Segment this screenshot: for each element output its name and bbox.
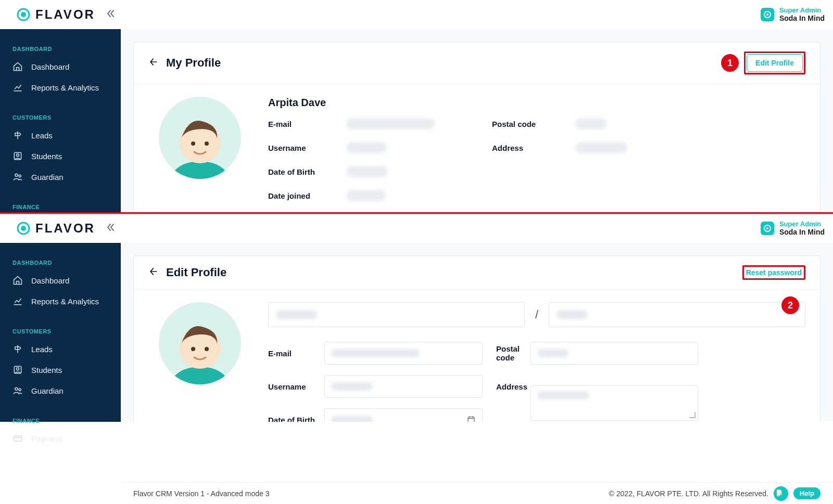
label-dob: Date of Birth <box>268 416 324 422</box>
org-name: Soda In Mind <box>779 14 825 23</box>
sidebar-item-dashboard[interactable]: Dashboard <box>0 56 121 77</box>
label-username: Username <box>268 144 346 152</box>
calendar-icon <box>466 415 476 422</box>
person-name: Arpita Dave <box>268 97 805 109</box>
help-button[interactable]: Help <box>793 487 821 499</box>
address-textarea[interactable] <box>531 385 698 421</box>
logo-icon <box>17 222 30 235</box>
brand-logo[interactable]: FLAVOR <box>17 221 95 236</box>
value-email <box>346 118 435 130</box>
logo-icon <box>17 8 30 21</box>
whatsapp-icon <box>777 489 785 498</box>
sidebar-category-dashboard: DASHBOARD <box>0 255 121 270</box>
username-input[interactable] <box>324 375 483 398</box>
app-header: FLAVOR Super Admin Soda In Mind <box>0 0 833 29</box>
sidebar-collapse-button[interactable] <box>106 9 115 20</box>
sidebar-category-customers: CUSTOMERS <box>0 110 121 125</box>
header-user-area[interactable]: Super Admin Soda In Mind <box>761 6 825 23</box>
label-dob: Date of Birth <box>268 167 346 176</box>
sidebar-item-payment[interactable]: Payment <box>0 428 121 449</box>
sidebar-category-finance: FINANCE <box>0 413 121 428</box>
sidebar-item-reports[interactable]: Reports & Analytics <box>0 291 121 312</box>
svg-point-23 <box>191 347 195 351</box>
home-icon <box>12 61 23 72</box>
svg-point-15 <box>766 227 768 229</box>
first-name-input[interactable] <box>268 302 525 327</box>
dob-input[interactable] <box>324 408 483 422</box>
brand-logo[interactable]: FLAVOR <box>17 7 95 22</box>
user-square-icon <box>12 365 23 375</box>
svg-point-7 <box>19 175 21 177</box>
sidebar-item-label: Reports & Analytics <box>31 83 99 92</box>
sidebar-item-guardian[interactable]: Guardian <box>0 166 121 187</box>
label-address: Address <box>483 382 531 391</box>
value-dob <box>346 166 388 177</box>
back-button[interactable] <box>148 266 159 279</box>
value-joined <box>346 190 386 201</box>
sidebar-item-guardian[interactable]: Guardian <box>0 380 121 401</box>
label-email: E-mail <box>268 120 346 128</box>
sidebar-category-customers: CUSTOMERS <box>0 324 121 339</box>
svg-point-19 <box>19 389 21 391</box>
sidebar-item-label: Leads <box>31 131 53 140</box>
sidebar-collapse-button[interactable] <box>106 223 115 234</box>
sidebar-item-students[interactable]: Students <box>0 146 121 166</box>
svg-point-24 <box>205 347 209 351</box>
svg-point-18 <box>15 387 18 390</box>
sidebar-category-dashboard: DASHBOARD <box>0 42 121 56</box>
whatsapp-button[interactable] <box>774 486 788 501</box>
svg-point-8 <box>171 161 229 179</box>
label-email: E-mail <box>268 349 324 358</box>
sidebar-item-label: Reports & Analytics <box>31 297 99 306</box>
label-postal: Postal code <box>492 120 575 128</box>
svg-point-6 <box>15 174 18 176</box>
sidebar-item-leads[interactable]: Leads <box>0 125 121 146</box>
svg-point-3 <box>766 14 768 16</box>
edit-profile-card: Edit Profile Reset password 2 <box>133 255 821 422</box>
signpost-icon <box>12 344 23 354</box>
sidebar-item-leads[interactable]: Leads <box>0 339 121 359</box>
reset-password-button[interactable]: Reset password <box>745 266 803 279</box>
user-square-icon <box>12 151 23 161</box>
sidebar-item-label: Students <box>31 366 62 374</box>
target-icon <box>763 224 772 232</box>
email-input[interactable] <box>324 342 483 365</box>
signpost-icon <box>12 130 23 140</box>
page-title: Edit Profile <box>166 266 226 279</box>
postal-input[interactable] <box>531 342 698 365</box>
sidebar-item-label: Dashboard <box>31 62 69 71</box>
sidebar-item-label: Payment <box>31 434 62 443</box>
profile-avatar-editable[interactable] <box>159 302 241 384</box>
org-avatar <box>761 222 774 235</box>
chart-line-icon <box>12 296 23 306</box>
users-icon <box>12 385 23 396</box>
back-button[interactable] <box>148 57 159 69</box>
svg-point-11 <box>205 141 209 146</box>
last-name-input[interactable] <box>549 302 805 327</box>
sidebar-item-label: Leads <box>31 345 53 354</box>
app-header: FLAVOR Super Admin Soda In Mind <box>0 214 833 243</box>
pencil-icon <box>194 334 206 346</box>
value-address <box>575 142 627 153</box>
svg-point-1 <box>21 12 26 17</box>
avatar-illustration <box>166 312 234 384</box>
org-name: Soda In Mind <box>779 228 825 237</box>
svg-point-5 <box>17 154 19 157</box>
page-title: My Profile <box>166 56 221 70</box>
sidebar-item-students[interactable]: Students <box>0 359 121 380</box>
user-role: Super Admin <box>779 6 825 15</box>
home-icon <box>12 275 23 286</box>
header-user-area[interactable]: Super Admin Soda In Mind <box>761 220 825 237</box>
edit-profile-button[interactable]: Edit Profile <box>747 54 803 72</box>
label-address: Address <box>492 144 575 152</box>
label-username: Username <box>268 382 324 391</box>
target-icon <box>763 10 772 19</box>
sidebar-item-reports[interactable]: Reports & Analytics <box>0 77 121 98</box>
sidebar-item-label: Guardian <box>31 386 64 395</box>
sidebar: DASHBOARD Dashboard Reports & Analytics … <box>0 243 121 422</box>
sidebar-item-dashboard[interactable]: Dashboard <box>0 270 121 291</box>
copyright-text: © 2022, FLAVOR PTE. LTD. All Rights Rese… <box>609 489 768 498</box>
svg-rect-25 <box>468 417 474 422</box>
users-icon <box>12 172 23 182</box>
avatar-illustration <box>166 106 234 179</box>
